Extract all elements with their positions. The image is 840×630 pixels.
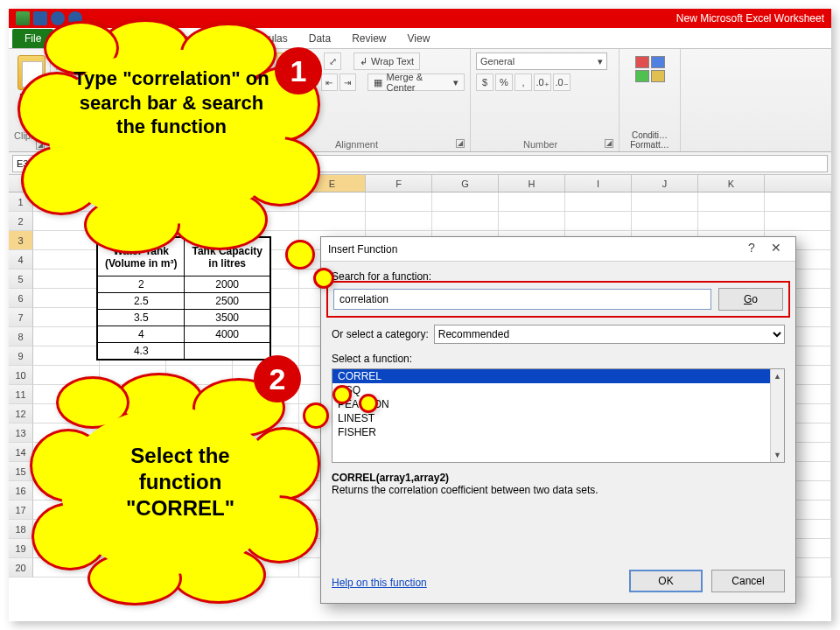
row-header[interactable]: 18 (9, 520, 33, 539)
col-header[interactable]: I (565, 175, 632, 192)
cell[interactable] (33, 327, 100, 346)
cell[interactable] (565, 192, 632, 211)
cell[interactable] (33, 346, 100, 365)
increase-indent-icon[interactable]: ⇥ (340, 74, 356, 91)
col-header[interactable]: F (366, 175, 432, 192)
search-highlight: Go (326, 281, 790, 318)
scroll-down-icon[interactable]: ▼ (774, 448, 781, 462)
tab-review[interactable]: Review (341, 29, 396, 48)
table-cell[interactable]: 2000 (185, 276, 270, 293)
decrease-indent-icon[interactable]: ⇤ (321, 74, 338, 91)
table-cell[interactable]: 2500 (185, 293, 270, 310)
wrap-text-button[interactable]: ↲Wrap Text (354, 52, 420, 70)
function-item[interactable]: RSQ (332, 383, 784, 397)
row-header[interactable]: 13 (9, 424, 33, 443)
cell[interactable] (499, 192, 565, 211)
row-header[interactable]: 6 (9, 289, 33, 308)
row-header[interactable]: 7 (9, 308, 33, 327)
table-cell[interactable]: 3500 (185, 310, 270, 326)
cell[interactable] (765, 212, 831, 230)
cancel-button[interactable]: Cancel (711, 570, 785, 592)
percent-button[interactable]: % (495, 74, 513, 91)
callout-1-badge: 1 (275, 47, 322, 94)
function-item[interactable]: FISHER (332, 425, 784, 439)
cell[interactable] (499, 212, 565, 230)
callout-2-badge: 2 (254, 355, 301, 402)
data-table: Water Tank (Volume in m³) Tank Capacity … (96, 236, 271, 360)
insert-function-dialog: Insert Function ? ✕ Search for a functio… (320, 236, 796, 604)
function-item[interactable]: PEARSON (332, 397, 784, 411)
row-header[interactable]: 16 (9, 481, 33, 500)
scrollbar[interactable]: ▲▼ (770, 369, 784, 462)
row-header[interactable]: 12 (9, 404, 33, 424)
go-button[interactable]: Go (718, 288, 783, 311)
function-list[interactable]: CORREL RSQ PEARSON LINEST FISHER ▲▼ (332, 368, 785, 463)
table-cell[interactable]: 4 (98, 326, 185, 343)
row-header[interactable]: 4 (9, 250, 33, 270)
cell[interactable] (33, 270, 100, 288)
row-header[interactable]: 9 (9, 346, 33, 366)
tab-view[interactable]: View (397, 29, 441, 48)
cell[interactable] (565, 212, 632, 230)
merge-icon: ▦ (374, 77, 382, 88)
comma-button[interactable]: , (514, 74, 532, 91)
cell[interactable] (33, 289, 100, 307)
table-cell[interactable]: 4000 (185, 326, 270, 343)
cell[interactable] (366, 212, 432, 230)
decrease-decimal-icon[interactable]: .0₋ (553, 74, 570, 91)
cell[interactable] (698, 212, 765, 230)
cell[interactable] (432, 212, 499, 230)
help-icon[interactable]: ? (739, 241, 764, 258)
category-select[interactable]: Recommended (434, 325, 785, 344)
merge-center-button[interactable]: ▦Merge & Center ▾ (368, 74, 464, 91)
search-input[interactable] (333, 289, 711, 310)
col-header[interactable]: J (632, 175, 698, 192)
number-format-combo[interactable]: General▾ (476, 52, 607, 70)
ok-button[interactable]: OK (629, 570, 703, 592)
cell[interactable] (33, 250, 100, 269)
table-cell[interactable]: 4.3 (98, 343, 185, 360)
row-header[interactable]: 17 (9, 500, 33, 520)
function-item[interactable]: LINEST (332, 411, 784, 425)
accounting-button[interactable]: $ (476, 74, 494, 91)
col-header[interactable]: G (432, 175, 499, 192)
cell[interactable] (366, 192, 432, 211)
document-title: New Microsoft Excel Worksheet (676, 12, 824, 24)
row-header[interactable]: 5 (9, 270, 33, 289)
number-dlauncher-icon[interactable]: ◢ (605, 139, 613, 148)
table-row: 22000 (98, 276, 270, 293)
col-header[interactable]: H (499, 175, 565, 192)
cell[interactable] (632, 192, 698, 211)
col-header[interactable]: K (698, 175, 765, 192)
table-cell[interactable]: 2 (98, 276, 185, 293)
cell[interactable] (33, 308, 100, 326)
table-cell[interactable]: 2.5 (98, 293, 185, 310)
callout-2: Select the function "CORREL" (32, 373, 312, 600)
help-link[interactable]: Help on this function (332, 577, 427, 589)
merge-center-label: Merge & Center (386, 72, 449, 93)
function-description: CORREL(array1,array2) Returns the correl… (332, 472, 785, 496)
row-header[interactable]: 19 (9, 539, 33, 558)
alignment-dlauncher-icon[interactable]: ◢ (456, 139, 465, 148)
chevron-down-icon: ▾ (453, 77, 458, 88)
row-header[interactable]: 11 (9, 385, 33, 404)
dialog-title: Insert Function (328, 243, 397, 256)
function-item[interactable]: CORREL (332, 369, 784, 383)
table-cell[interactable]: 3.5 (98, 310, 185, 326)
scroll-up-icon[interactable]: ▲ (774, 369, 781, 383)
number-format-value: General (480, 56, 514, 66)
cell[interactable] (765, 192, 831, 211)
increase-decimal-icon[interactable]: .0₊ (534, 74, 551, 91)
close-icon[interactable]: ✕ (764, 241, 788, 258)
cell[interactable] (432, 192, 499, 211)
wrap-icon: ↲ (360, 56, 368, 67)
row-header[interactable]: 10 (9, 366, 33, 385)
cell[interactable] (632, 212, 698, 230)
row-header[interactable]: 20 (9, 558, 33, 578)
go-rest: o (752, 293, 758, 305)
conditional-formatting-icon[interactable] (635, 56, 665, 82)
row-header[interactable]: 8 (9, 327, 33, 346)
table-cell[interactable] (185, 343, 270, 360)
cell[interactable] (698, 192, 765, 211)
orientation-icon[interactable]: ⤢ (324, 52, 341, 70)
